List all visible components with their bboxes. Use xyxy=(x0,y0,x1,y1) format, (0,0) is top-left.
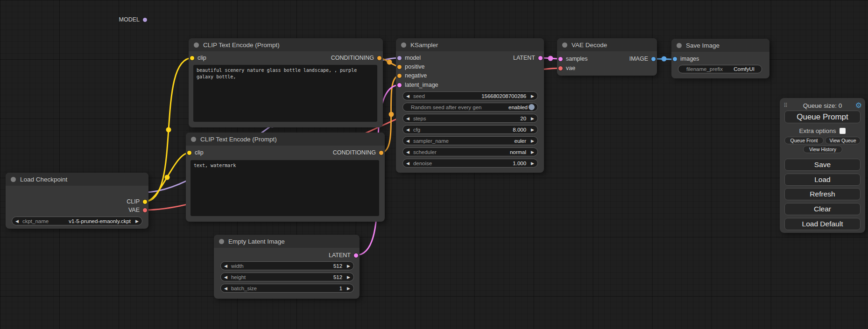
collapse-dot-icon[interactable] xyxy=(191,137,196,142)
negative-input-dot[interactable] xyxy=(397,74,402,78)
graph-canvas[interactable]: Load Checkpoint MODEL CLIP VAE ◀ ckpt_na… xyxy=(0,0,868,329)
node-title-bar[interactable]: VAE Decode xyxy=(557,38,657,51)
refresh-button[interactable]: Refresh xyxy=(784,188,861,200)
widget-batch-size[interactable]: ◀ batch_size 1 ▶ xyxy=(220,284,354,293)
vae-output-dot[interactable] xyxy=(143,208,147,212)
samples-input-dot[interactable] xyxy=(558,57,563,61)
save-button[interactable]: Save xyxy=(784,159,861,171)
conditioning-output-dot[interactable] xyxy=(379,151,383,155)
decrement-icon[interactable]: ◀ xyxy=(406,161,409,166)
negative-prompt-textarea[interactable]: text, watermark xyxy=(191,160,379,216)
vae-input-dot[interactable] xyxy=(558,66,563,70)
increment-icon[interactable]: ▶ xyxy=(347,264,350,268)
image-output-dot[interactable] xyxy=(651,57,656,61)
widget-seed[interactable]: ◀ seed 156680208700286 ▶ xyxy=(402,91,538,100)
slot-label: clip xyxy=(198,55,206,61)
positive-prompt-textarea[interactable]: beautiful scenery nature glass bottle la… xyxy=(193,65,377,122)
latent-image-input-dot[interactable] xyxy=(397,83,402,87)
decrement-icon[interactable]: ◀ xyxy=(406,116,409,121)
latent-output-dot[interactable] xyxy=(538,56,543,60)
decrement-icon[interactable]: ◀ xyxy=(224,264,227,268)
slot-label: model xyxy=(405,55,421,61)
node-save-image[interactable]: Save Image images filename_prefix ComfyU… xyxy=(671,39,769,78)
decrement-icon[interactable]: ◀ xyxy=(406,139,409,143)
queue-prompt-button[interactable]: Queue Prompt xyxy=(784,111,861,123)
node-empty-latent-image[interactable]: Empty Latent Image LATENT ◀ width 512 ▶ … xyxy=(214,235,360,299)
node-clip-text-encode-positive[interactable]: CLIP Text Encode (Prompt) clip CONDITION… xyxy=(189,38,383,127)
slot-label: IMAGE xyxy=(629,56,648,62)
node-ksampler[interactable]: KSampler model positive negative latent_… xyxy=(396,38,544,173)
slot-label: VAE xyxy=(128,207,140,213)
increment-icon[interactable]: ▶ xyxy=(531,150,534,154)
output-slot-image: IMAGE xyxy=(629,56,656,62)
widget-sampler-name[interactable]: ◀ sampler_name euler ▶ xyxy=(402,136,538,145)
decrement-icon[interactable]: ◀ xyxy=(406,94,409,98)
decrement-icon[interactable]: ◀ xyxy=(224,275,227,280)
conditioning-output-dot[interactable] xyxy=(377,56,381,60)
collapse-dot-icon[interactable] xyxy=(11,177,16,182)
collapse-dot-icon[interactable] xyxy=(677,43,682,48)
node-title-bar[interactable]: Load Checkpoint xyxy=(6,173,148,186)
widget-value: v1-5-pruned-emaonly.ckpt xyxy=(69,218,131,224)
widget-height[interactable]: ◀ height 512 ▶ xyxy=(220,273,354,281)
queue-menu-panel[interactable]: ⠿ Queue size: 0 ⚙ Queue Prompt Extra opt… xyxy=(780,98,865,233)
latent-output-dot[interactable] xyxy=(354,253,358,258)
node-load-checkpoint[interactable]: Load Checkpoint MODEL CLIP VAE ◀ ckpt_na… xyxy=(6,173,148,229)
collapse-dot-icon[interactable] xyxy=(219,239,224,244)
widget-cfg[interactable]: ◀ cfg 8.000 ▶ xyxy=(402,125,538,134)
widget-scheduler[interactable]: ◀ scheduler normal ▶ xyxy=(402,147,538,156)
node-title-bar[interactable]: CLIP Text Encode (Prompt) xyxy=(189,38,383,51)
decrement-icon[interactable]: ◀ xyxy=(15,219,19,224)
increment-icon[interactable]: ▶ xyxy=(531,161,534,166)
widget-steps[interactable]: ◀ steps 20 ▶ xyxy=(402,114,538,123)
increment-icon[interactable]: ▶ xyxy=(347,275,350,280)
collapse-dot-icon[interactable] xyxy=(401,42,406,48)
widget-width[interactable]: ◀ width 512 ▶ xyxy=(220,261,354,270)
drag-handle-icon[interactable]: ⠿ xyxy=(783,102,787,109)
node-vae-decode[interactable]: VAE Decode samples vae IMAGE xyxy=(557,38,657,76)
widget-filename-prefix[interactable]: filename_prefix ComfyUI xyxy=(678,65,762,73)
node-title-bar[interactable]: KSampler xyxy=(396,38,544,51)
widget-random-seed-toggle[interactable]: Random seed after every gen enabled xyxy=(402,103,538,112)
load-default-button[interactable]: Load Default xyxy=(784,218,861,230)
clip-output-dot[interactable] xyxy=(143,200,147,204)
model-output-dot[interactable] xyxy=(143,18,147,22)
output-slot-latent: LATENT xyxy=(329,252,358,259)
view-queue-button[interactable]: View Queue xyxy=(825,137,861,144)
decrement-icon[interactable]: ◀ xyxy=(224,286,227,291)
increment-icon[interactable]: ▶ xyxy=(531,127,534,132)
slot-label: samples xyxy=(566,56,588,62)
increment-icon[interactable]: ▶ xyxy=(135,219,139,224)
decrement-icon[interactable]: ◀ xyxy=(406,150,409,154)
gear-icon[interactable]: ⚙ xyxy=(855,102,862,109)
collapse-dot-icon[interactable] xyxy=(562,42,567,48)
extra-options-checkbox[interactable] xyxy=(840,128,846,134)
clip-input-dot[interactable] xyxy=(187,151,191,155)
widget-denoise[interactable]: ◀ denoise 1.000 ▶ xyxy=(402,159,538,168)
node-title-bar[interactable]: CLIP Text Encode (Prompt) xyxy=(186,133,385,146)
model-input-dot[interactable] xyxy=(397,56,402,60)
clip-input-dot[interactable] xyxy=(190,56,194,60)
node-clip-text-encode-negative[interactable]: CLIP Text Encode (Prompt) clip CONDITION… xyxy=(186,133,385,222)
widget-ckpt-name[interactable]: ◀ ckpt_name v1-5-pruned-emaonly.ckpt ▶ xyxy=(12,217,142,225)
increment-icon[interactable]: ▶ xyxy=(347,286,350,291)
queue-front-button[interactable]: Queue Front xyxy=(784,137,824,144)
collapse-dot-icon[interactable] xyxy=(194,42,199,48)
images-input-dot[interactable] xyxy=(673,57,677,61)
positive-input-dot[interactable] xyxy=(397,65,402,69)
view-history-button[interactable]: View History xyxy=(803,146,842,153)
slot-label: images xyxy=(680,56,699,62)
increment-icon[interactable]: ▶ xyxy=(531,139,534,143)
load-button[interactable]: Load xyxy=(784,174,861,186)
decrement-icon[interactable]: ◀ xyxy=(406,127,409,132)
node-title-bar[interactable]: Empty Latent Image xyxy=(214,235,360,248)
increment-icon[interactable]: ▶ xyxy=(531,94,534,98)
clear-button[interactable]: Clear xyxy=(784,203,861,215)
widget-value: 1.000 xyxy=(513,161,526,166)
input-slot-samples: samples xyxy=(558,56,588,62)
output-slot-conditioning: CONDITIONING xyxy=(331,55,381,61)
node-title-bar[interactable]: Save Image xyxy=(671,39,769,52)
toggle-circle-icon[interactable] xyxy=(529,104,535,110)
widget-label: sampler_name xyxy=(413,138,449,144)
increment-icon[interactable]: ▶ xyxy=(531,116,534,121)
